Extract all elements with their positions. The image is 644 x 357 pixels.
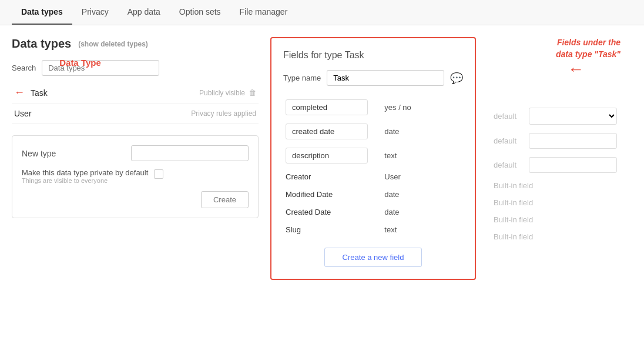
type-row-task[interactable]: ← Task Publicly visible 🗑 xyxy=(12,82,259,104)
field-type-description: text xyxy=(382,144,463,168)
default-row-creator-builtin: Built-in field xyxy=(494,181,617,190)
field-type-completed: yes / no xyxy=(382,95,463,119)
custom-fields-table: completed yes / no created date date des… xyxy=(283,95,463,238)
field-type-created-date: date xyxy=(382,119,463,144)
tab-privacy[interactable]: Privacy xyxy=(72,0,118,25)
default-row-description: default xyxy=(494,157,617,173)
main-content: Data types (show deleted types) Search D… xyxy=(0,25,644,355)
user-name: User xyxy=(14,109,32,118)
default-row-slug-builtin: Built-in field xyxy=(494,232,617,241)
type-name-row: Type name 💬 xyxy=(283,70,463,86)
field-type-modified-date: date xyxy=(382,185,463,203)
data-type-annotation-label: Data Type xyxy=(59,58,101,68)
task-arrow-icon: ← xyxy=(14,86,25,99)
field-name-description: description xyxy=(286,148,368,164)
type-list: ← Task Publicly visible 🗑 User Privacy r… xyxy=(12,82,259,124)
type-name-field[interactable] xyxy=(327,70,444,86)
search-label: Search xyxy=(12,64,36,72)
field-row-description: description text xyxy=(283,144,463,168)
field-row-created-date-builtin: Created Date date xyxy=(283,203,463,221)
builtin-label-slug: Built-in field xyxy=(494,232,533,241)
field-type-creator: User xyxy=(382,168,463,185)
field-name-completed: completed xyxy=(286,99,368,115)
default-row-created-date: default xyxy=(494,133,617,149)
builtin-label-created: Built-in field xyxy=(494,215,533,224)
tab-app-data[interactable]: App data xyxy=(118,0,170,25)
task-visibility: Publicly visible 🗑 xyxy=(199,88,256,97)
user-visibility-label: Privacy rules applied xyxy=(191,109,256,118)
field-row-modified-date: Modified Date date xyxy=(283,185,463,203)
default-rows: default default default Built-in field B… xyxy=(494,108,617,249)
private-text-col: Make this data type private by default T… xyxy=(22,168,148,184)
new-type-box: New type Make this data type private by … xyxy=(12,135,259,218)
type-row-user[interactable]: User Privacy rules applied xyxy=(12,104,259,124)
type-name-task: ← Task xyxy=(14,86,48,99)
create-new-field-button[interactable]: Create a new field xyxy=(324,248,422,267)
comment-icon[interactable]: 💬 xyxy=(450,72,463,85)
field-type-created-date-builtin: date xyxy=(382,203,463,221)
default-row-completed: default xyxy=(494,108,617,125)
default-row-modified-builtin: Built-in field xyxy=(494,198,617,207)
builtin-label-modified: Built-in field xyxy=(494,198,533,207)
tab-data-types[interactable]: Data types xyxy=(12,0,72,25)
default-input-description[interactable] xyxy=(529,157,617,173)
builtin-label-creator: Built-in field xyxy=(494,181,533,190)
field-row-created-date: created date date xyxy=(283,119,463,144)
top-nav: Data types Privacy App data Option sets … xyxy=(0,0,644,25)
field-name-modified-date: Modified Date xyxy=(286,190,333,199)
field-name-creator: Creator xyxy=(286,172,311,181)
fields-panel: Fields for type Task Type name 💬 complet… xyxy=(270,37,476,280)
tab-file-manager[interactable]: File manager xyxy=(230,0,297,25)
tab-option-sets[interactable]: Option sets xyxy=(170,0,230,25)
annotation-text: Fields under thedata type "Task" xyxy=(556,37,620,60)
new-type-row: New type xyxy=(22,145,249,161)
private-label: Make this data type private by default xyxy=(22,168,148,177)
private-row: Make this data type private by default T… xyxy=(22,168,249,184)
annotation-box: Fields under thedata type "Task" ← xyxy=(556,37,620,79)
search-annotation: Data Type xyxy=(42,60,159,76)
task-name: Task xyxy=(31,88,48,98)
type-name-user: User xyxy=(14,109,32,118)
default-input-created-date[interactable] xyxy=(529,133,617,149)
default-label-created-date: default xyxy=(494,136,523,145)
left-panel: Data types (show deleted types) Search D… xyxy=(12,37,259,343)
annotation-arrow-icon: ← xyxy=(568,60,620,79)
fields-title: Fields for type Task xyxy=(283,50,463,61)
field-name-created-date-builtin: Created Date xyxy=(286,208,331,216)
field-row-completed: completed yes / no xyxy=(283,95,463,119)
field-row-creator: Creator User xyxy=(283,168,463,185)
private-sub: Things are visible to everyone xyxy=(22,177,148,184)
default-label-completed: default xyxy=(494,112,523,121)
new-type-input[interactable] xyxy=(131,145,249,161)
page-title-row: Data types (show deleted types) xyxy=(12,37,259,51)
field-type-slug: text xyxy=(382,221,463,238)
default-row-created-builtin: Built-in field xyxy=(494,215,617,224)
task-delete-icon[interactable]: 🗑 xyxy=(249,88,256,97)
default-select-completed[interactable] xyxy=(529,108,617,125)
task-visibility-label: Publicly visible xyxy=(199,89,245,97)
search-row: Search Data Type xyxy=(12,60,259,76)
private-checkbox[interactable] xyxy=(154,169,163,179)
type-name-label: Type name xyxy=(283,74,321,82)
create-type-button[interactable]: Create xyxy=(201,191,249,208)
field-row-slug: Slug text xyxy=(283,221,463,238)
default-label-description: default xyxy=(494,161,523,169)
field-name-created-date: created date xyxy=(286,124,368,139)
show-deleted-link[interactable]: (show deleted types) xyxy=(78,40,148,48)
new-type-label: New type xyxy=(22,149,56,158)
right-area: Fields under thedata type "Task" ← defau… xyxy=(476,37,632,343)
page-title: Data types xyxy=(12,37,71,51)
field-name-slug: Slug xyxy=(286,225,301,234)
user-visibility: Privacy rules applied xyxy=(191,109,256,118)
